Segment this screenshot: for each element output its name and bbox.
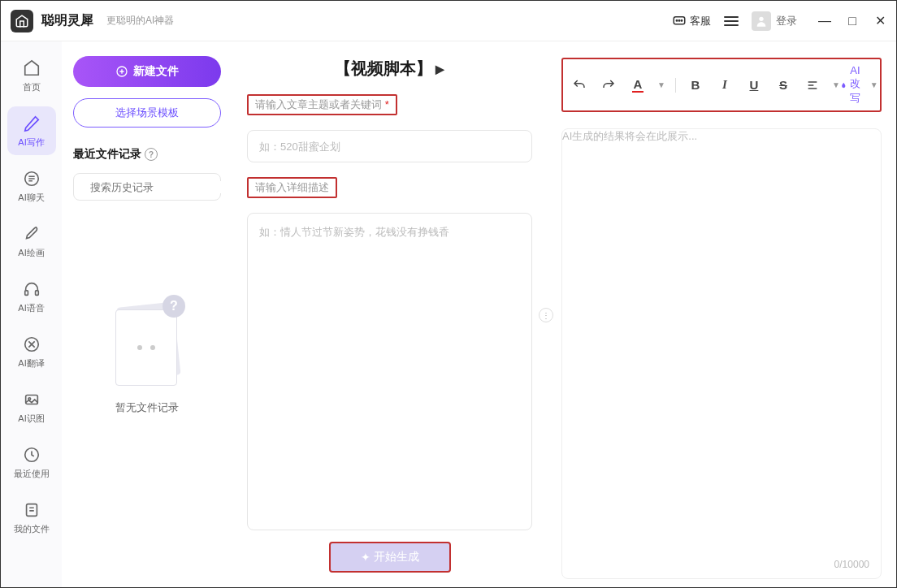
underline-button[interactable]: U [744,76,764,95]
sidebar-item-ai-image[interactable]: AI识图 [7,383,56,431]
generate-button[interactable]: ✦ 开始生成 [329,542,451,573]
play-icon: ▶ [436,63,444,76]
output-area[interactable]: AI生成的结果将会在此展示... 0/10000 [561,128,882,579]
search-history-box[interactable] [73,173,221,201]
word-count: 0/10000 [834,559,869,570]
titlebar-left: 聪明灵犀 更聪明的AI神器 [11,10,174,32]
chat-icon [22,169,41,188]
sidebar-item-recent[interactable]: 最近使用 [7,438,56,486]
clock-icon [22,445,41,465]
main-layout: 首页 AI写作 AI聊天 AI绘画 AI语音 AI翻译 AI识图 最近使用 [1,41,896,588]
new-file-label: 新建文件 [133,64,179,79]
service-label: 客服 [690,14,711,28]
font-color-dropdown-icon[interactable]: ▼ [657,80,665,89]
sidebar-item-ai-chat[interactable]: AI聊天 [7,162,56,210]
topic-input[interactable] [247,130,532,162]
empty-state: ? 暂无文件记录 [73,298,221,415]
sidebar-label: AI识图 [18,413,44,425]
app-logo-icon [11,10,33,32]
avatar-icon [752,11,771,31]
sidebar-label: AI绘画 [18,247,44,259]
output-placeholder: AI生成的结果将会在此展示... [562,129,881,144]
detail-textarea[interactable] [247,213,532,530]
editor-toolbar: A ▼ B I U S ▼ AI改写 ▼ [561,58,882,112]
search-input[interactable] [90,181,227,193]
center-panel: 【视频脚本】 ▶ 请输入文章主题或者关键词 * 请输入详细描述 ✦ 开始生成 [232,41,547,588]
right-panel: ⋮ A ▼ B I U S ▼ AI改写 ▼ AI生成的结果将会在此 [547,41,896,588]
topic-label: 请输入文章主题或者关键词 * [247,94,397,115]
bold-button[interactable]: B [686,76,705,95]
svg-point-1 [676,19,678,21]
pen-icon [22,114,41,133]
headphone-icon [22,279,41,299]
detail-label: 请输入详细描述 [247,177,337,198]
ai-rewrite-button[interactable]: AI改写 ▼ [840,64,878,106]
titlebar-right: 客服 登录 — □ ✕ [672,11,886,31]
empty-text: 暂无文件记录 [115,400,179,415]
app-title: 聪明灵犀 [41,12,93,29]
sidebar-item-ai-voice[interactable]: AI语音 [7,272,56,321]
chevron-down-icon: ▼ [870,80,878,89]
svg-point-4 [759,16,763,20]
sidebar: 首页 AI写作 AI聊天 AI绘画 AI语音 AI翻译 AI识图 最近使用 [1,41,62,588]
close-button[interactable]: ✕ [873,15,886,28]
svg-point-3 [681,19,682,21]
strikethrough-button[interactable]: S [774,76,793,95]
login-label: 登录 [776,14,797,28]
sidebar-item-home[interactable]: 首页 [7,51,56,100]
sidebar-label: 首页 [23,81,41,93]
align-dropdown-icon[interactable]: ▼ [832,80,840,89]
empty-illustration-icon: ? [110,298,184,387]
sparkle-icon: ✦ [361,551,370,564]
titlebar: 聪明灵犀 更聪明的AI神器 客服 登录 — □ ✕ [1,1,896,41]
svg-rect-12 [26,504,37,516]
maximize-button[interactable]: □ [846,15,859,28]
new-file-button[interactable]: 新建文件 [73,56,221,87]
help-icon[interactable]: ? [145,148,158,161]
droplet-icon [840,79,847,92]
svg-rect-6 [24,290,28,295]
login-button[interactable]: 登录 [752,11,797,31]
sidebar-label: 最近使用 [14,468,50,480]
sidebar-label: AI聊天 [18,192,44,204]
sidebar-label: AI语音 [18,302,44,314]
home-icon [22,58,41,78]
left-panel: 新建文件 选择场景模板 最近文件记录 ? ? 暂无文件记录 [62,41,232,588]
sidebar-item-ai-translate[interactable]: AI翻译 [7,327,56,376]
resize-handle[interactable]: ⋮ [539,308,553,322]
sidebar-label: AI翻译 [18,357,44,370]
italic-button[interactable]: I [715,76,734,95]
sidebar-item-ai-writing[interactable]: AI写作 [7,106,56,155]
toolbar-divider [675,78,676,93]
toolbar-left: A ▼ B I U S ▼ [570,76,840,95]
window-controls: — □ ✕ [818,15,886,28]
sidebar-item-ai-paint[interactable]: AI绘画 [7,217,56,266]
minimize-button[interactable]: — [818,15,831,28]
svg-point-2 [678,19,680,21]
chat-bubble-icon [672,14,687,28]
sidebar-item-my-files[interactable]: 我的文件 [7,493,56,542]
sidebar-label: 我的文件 [14,523,50,535]
app-subtitle: 更聪明的AI神器 [106,14,174,28]
plus-circle-icon [115,65,128,78]
svg-rect-7 [35,290,38,295]
customer-service-button[interactable]: 客服 [672,14,711,28]
select-template-button[interactable]: 选择场景模板 [73,98,221,128]
recent-files-label: 最近文件记录 ? [73,147,221,162]
translate-icon [22,335,41,354]
image-icon [22,390,41,409]
font-color-button[interactable]: A [628,76,648,95]
file-icon [22,500,41,520]
page-title: 【视频脚本】 ▶ [247,58,532,80]
redo-button[interactable] [599,76,618,95]
hamburger-menu-icon[interactable] [724,14,739,28]
align-button[interactable] [803,76,822,95]
undo-button[interactable] [570,76,589,95]
sidebar-label: AI写作 [18,136,44,149]
brush-icon [22,224,41,244]
